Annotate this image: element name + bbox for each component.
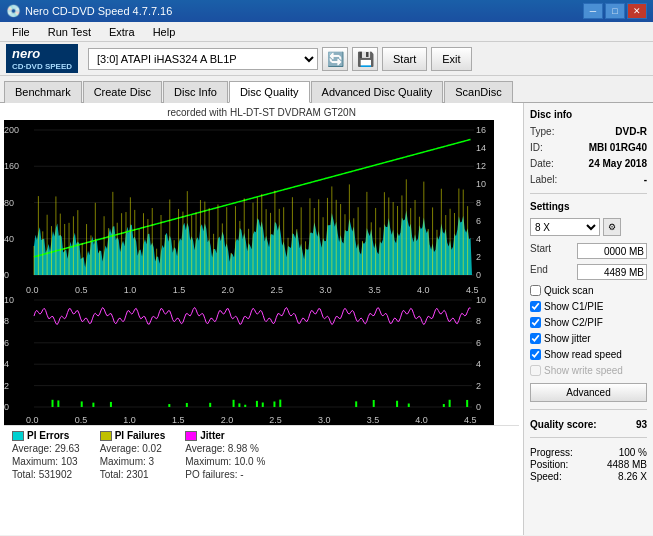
tab-disc-info[interactable]: Disc Info (163, 81, 228, 103)
start-mb-input[interactable] (577, 243, 647, 259)
label-row: Label: - (530, 174, 647, 185)
chart-area: recorded with HL-DT-ST DVDRAM GT20N PI E… (0, 103, 523, 535)
nero-logo: nero CD·DVD SPEED (6, 44, 78, 73)
speed-display-row: Speed: 8.26 X (530, 471, 647, 482)
date-value: 24 May 2018 (589, 158, 647, 169)
show-c1pie-label: Show C1/PIE (544, 301, 603, 312)
tab-scandisc[interactable]: ScanDisc (444, 81, 512, 103)
pi-failures-legend: PI Failures Average: 0.02 Maximum: 3 Tot… (100, 430, 166, 480)
position-label: Position: (530, 459, 568, 470)
quick-scan-checkbox[interactable] (530, 285, 541, 296)
id-row: ID: MBI 01RG40 (530, 142, 647, 153)
show-write-speed-row: Show write speed (530, 365, 647, 376)
settings-title: Settings (530, 201, 647, 212)
pi-errors-avg: 29.63 (55, 443, 80, 454)
show-c1pie-checkbox[interactable] (530, 301, 541, 312)
date-row: Date: 24 May 2018 (530, 158, 647, 169)
show-write-speed-checkbox (530, 365, 541, 376)
settings-icon-button[interactable]: ⚙ (603, 218, 621, 236)
quick-scan-label: Quick scan (544, 285, 593, 296)
pi-failures-total: 2301 (126, 469, 148, 480)
pi-errors-total: 531902 (39, 469, 72, 480)
refresh-icon-button[interactable]: 🔄 (322, 47, 348, 71)
exit-button[interactable]: Exit (431, 47, 471, 71)
tab-create-disc[interactable]: Create Disc (83, 81, 162, 103)
show-c2pif-label: Show C2/PIF (544, 317, 603, 328)
quality-score-value: 93 (636, 419, 647, 430)
tab-benchmark[interactable]: Benchmark (4, 81, 82, 103)
chart-title: recorded with HL-DT-ST DVDRAM GT20N (4, 107, 519, 118)
toolbar: nero CD·DVD SPEED [3:0] ATAPI iHAS324 A … (0, 42, 653, 76)
jitter-po-label: PO failures: (185, 469, 237, 480)
legend-area: PI Errors Average: 29.63 Maximum: 103 To… (4, 425, 519, 484)
show-read-speed-label: Show read speed (544, 349, 622, 360)
maximize-button[interactable]: □ (605, 3, 625, 19)
save-icon-button[interactable]: 💾 (352, 47, 378, 71)
divider-2 (530, 409, 647, 410)
show-read-speed-checkbox[interactable] (530, 349, 541, 360)
advanced-button[interactable]: Advanced (530, 383, 647, 402)
jitter-max: 10.0 % (234, 456, 265, 467)
end-mb-input[interactable] (577, 264, 647, 280)
progress-label: Progress: (530, 447, 573, 458)
menu-extra[interactable]: Extra (101, 24, 143, 40)
jitter-po: - (240, 469, 243, 480)
pi-failures-max-label: Maximum: (100, 456, 146, 467)
position-value: 4488 MB (607, 459, 647, 470)
divider-1 (530, 193, 647, 194)
drive-select[interactable]: [3:0] ATAPI iHAS324 A BL1P (88, 48, 318, 70)
show-jitter-row: Show jitter (530, 333, 647, 344)
pi-failures-color-box (100, 431, 112, 441)
quality-score-label: Quality score: (530, 419, 597, 430)
show-c2pif-row: Show C2/PIF (530, 317, 647, 328)
id-value: MBI 01RG40 (589, 142, 647, 153)
pi-errors-color-box (12, 431, 24, 441)
title-bar: 💿 Nero CD-DVD Speed 4.7.7.16 ─ □ ✕ (0, 0, 653, 22)
type-row: Type: DVD-R (530, 126, 647, 137)
show-jitter-label: Show jitter (544, 333, 591, 344)
quick-scan-row: Quick scan (530, 285, 647, 296)
progress-value: 100 % (619, 447, 647, 458)
menu-help[interactable]: Help (145, 24, 184, 40)
pi-errors-title: PI Errors (27, 430, 69, 441)
show-c2pif-checkbox[interactable] (530, 317, 541, 328)
jitter-max-label: Maximum: (185, 456, 231, 467)
pi-errors-max: 103 (61, 456, 78, 467)
quality-score-row: Quality score: 93 (530, 419, 647, 430)
tab-disc-quality[interactable]: Disc Quality (229, 81, 310, 103)
nero-brand: nero (12, 46, 72, 62)
nero-subtitle: CD·DVD SPEED (12, 62, 72, 72)
tab-advanced-disc-quality[interactable]: Advanced Disc Quality (311, 81, 444, 103)
pif-jitter-chart (4, 295, 494, 425)
start-mb-label: Start (530, 243, 551, 259)
type-label: Type: (530, 126, 554, 137)
menu-run-test[interactable]: Run Test (40, 24, 99, 40)
pie-chart (4, 120, 494, 295)
pi-failures-max: 3 (149, 456, 155, 467)
title-bar-title: Nero CD-DVD Speed 4.7.7.16 (25, 5, 172, 17)
divider-3 (530, 437, 647, 438)
pi-failures-avg: 0.02 (142, 443, 161, 454)
menu-file[interactable]: File (4, 24, 38, 40)
type-value: DVD-R (615, 126, 647, 137)
disc-info-title: Disc info (530, 109, 647, 120)
show-jitter-checkbox[interactable] (530, 333, 541, 344)
close-button[interactable]: ✕ (627, 3, 647, 19)
end-mb-row: End (530, 264, 647, 280)
show-c1pie-row: Show C1/PIE (530, 301, 647, 312)
pi-failures-avg-label: Average: (100, 443, 140, 454)
progress-row: Progress: 100 % (530, 447, 647, 458)
minimize-button[interactable]: ─ (583, 3, 603, 19)
disc-label-label: Label: (530, 174, 557, 185)
app-icon: 💿 (6, 4, 21, 18)
right-panel: Disc info Type: DVD-R ID: MBI 01RG40 Dat… (523, 103, 653, 535)
start-button[interactable]: Start (382, 47, 427, 71)
id-label: ID: (530, 142, 543, 153)
speed-select[interactable]: 8 X (530, 218, 600, 236)
jitter-title: Jitter (200, 430, 224, 441)
jitter-avg-label: Average: (185, 443, 225, 454)
pi-errors-max-label: Maximum: (12, 456, 58, 467)
date-label: Date: (530, 158, 554, 169)
jitter-color-box (185, 431, 197, 441)
menu-bar: File Run Test Extra Help (0, 22, 653, 42)
